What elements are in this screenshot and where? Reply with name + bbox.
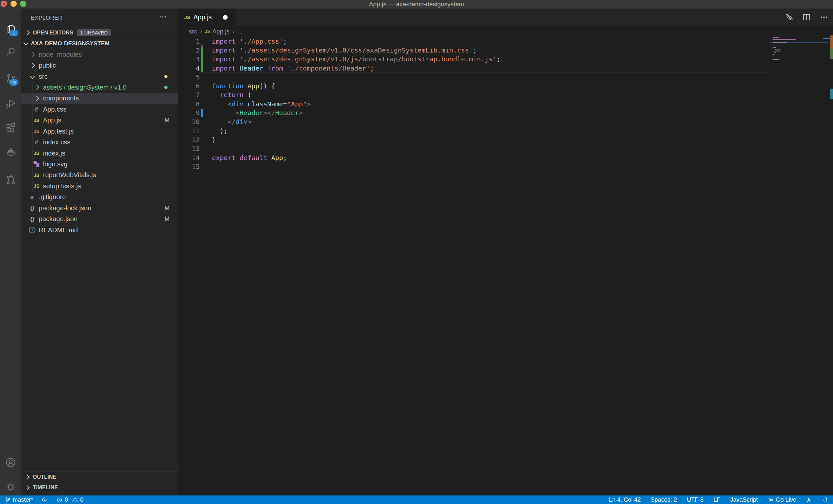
- sidebar-item-gitignore[interactable]: ◆.gitignore: [21, 192, 178, 202]
- code-line-2[interactable]: 2import './assets/designSystem/v1.0/css/…: [178, 46, 833, 54]
- breadcrumb-item--[interactable]: ...: [237, 28, 243, 35]
- code-line-14[interactable]: 14export default App;: [178, 153, 833, 162]
- compare-changes-icon[interactable]: [785, 13, 793, 22]
- status-item-feedback[interactable]: [806, 497, 812, 503]
- unsaved-dot-icon[interactable]: [223, 15, 228, 20]
- sidebar-item-reportwebvitals-js[interactable]: JSreportWebVitals.js: [21, 170, 178, 180]
- indent-guide: [220, 99, 220, 108]
- line-number[interactable]: 12: [178, 136, 200, 144]
- activity-item-explorer[interactable]: 1: [5, 24, 16, 34]
- sidebar-item-public[interactable]: public: [21, 60, 178, 71]
- activity-item-accounts[interactable]: [5, 457, 16, 468]
- code-text[interactable]: import Header from './components/Header'…: [204, 64, 374, 72]
- code-line-6[interactable]: 6function App() {: [178, 81, 833, 90]
- code-text[interactable]: import './assets/designSystem/v1.0/js/bo…: [204, 55, 501, 63]
- line-number[interactable]: 2: [178, 46, 200, 54]
- sidebar-item-readme-md[interactable]: iREADME.md: [21, 224, 178, 235]
- sidebar-item-app-css[interactable]: #App.css: [21, 104, 178, 115]
- status-item-cursor-position[interactable]: Ln 4, Col 42: [609, 497, 641, 503]
- activity-item-search[interactable]: [5, 47, 16, 57]
- outline-section[interactable]: OUTLINE: [21, 472, 178, 482]
- line-number[interactable]: 15: [178, 163, 200, 171]
- more-actions-icon[interactable]: [819, 13, 828, 22]
- tree-root-project[interactable]: AXA-DEMO-DESIGNSYSTEM: [21, 38, 178, 49]
- sidebar-item-components[interactable]: components: [21, 93, 178, 104]
- code-text[interactable]: <Header></Header>: [204, 109, 303, 117]
- breadcrumb-item-app-js[interactable]: JSApp.js: [205, 28, 230, 35]
- status-item-git-branch[interactable]: master*: [5, 497, 33, 503]
- minimap-line: [772, 59, 779, 60]
- status-item-warnings[interactable]: 0: [72, 497, 84, 503]
- code-text[interactable]: );: [204, 127, 228, 135]
- status-item-indentation[interactable]: Spaces: 2: [651, 497, 677, 503]
- sidebar-item-app-test-js[interactable]: JSApp.test.js: [21, 126, 178, 137]
- minimap[interactable]: [770, 37, 828, 175]
- activity-item-manage[interactable]: [5, 482, 16, 493]
- line-number[interactable]: 6: [178, 82, 200, 90]
- code-line-1[interactable]: 1import './App.css';: [178, 37, 833, 46]
- sidebar-item-index-css[interactable]: #index.css: [21, 137, 178, 148]
- line-number[interactable]: 13: [178, 145, 200, 153]
- activity-item-extensions[interactable]: [5, 122, 16, 133]
- code-line-5[interactable]: 5: [178, 73, 833, 81]
- code-line-8[interactable]: 8 <div className="App">: [178, 99, 833, 108]
- code-text[interactable]: </div>: [204, 118, 251, 126]
- code-text[interactable]: import './App.css';: [204, 37, 287, 45]
- window-title: App.js — axa-demo-designsystem: [0, 0, 833, 8]
- tab-app-js[interactable]: JS App.js: [178, 8, 236, 26]
- code-editor[interactable]: 1import './App.css';2import './assets/de…: [178, 37, 833, 171]
- code-text[interactable]: export default App;: [204, 154, 287, 162]
- sidebar-item-index-js[interactable]: JSindex.js: [21, 148, 178, 158]
- line-number[interactable]: 3: [178, 55, 200, 63]
- code-line-15[interactable]: 15: [178, 162, 833, 171]
- sidebar-item-logo-svg[interactable]: logo.svg: [21, 159, 178, 170]
- activity-item-source-control[interactable]: 40: [5, 73, 16, 84]
- sidebar-item-src[interactable]: src: [21, 71, 178, 82]
- split-editor-icon[interactable]: [802, 13, 811, 22]
- sidebar-item-app-js[interactable]: JSApp.jsM: [21, 115, 178, 126]
- open-editors-section[interactable]: OPEN EDITORS 1 UNSAVED: [21, 28, 178, 37]
- code-line-4[interactable]: 4import Header from './components/Header…: [178, 64, 833, 73]
- line-number[interactable]: 14: [178, 154, 200, 162]
- sidebar-item-package-lock-json[interactable]: {}package-lock.jsonM: [21, 203, 178, 213]
- sidebar-item-assets-designsystem-v1-0[interactable]: assets / designSystem / v1.0: [21, 82, 178, 93]
- status-item-end-of-line[interactable]: LF: [713, 497, 720, 503]
- line-number[interactable]: 10: [178, 118, 200, 126]
- code-text[interactable]: function App() {: [204, 82, 275, 90]
- sidebar-item-node-modules[interactable]: node_modules: [21, 49, 178, 60]
- gutter-decorations: [200, 135, 204, 144]
- line-number[interactable]: 7: [178, 91, 200, 99]
- status-item-language-mode[interactable]: JavaScript: [730, 497, 758, 503]
- code-line-12[interactable]: 12}: [178, 135, 833, 144]
- activity-item-docker[interactable]: [5, 146, 16, 157]
- line-number[interactable]: 9: [178, 109, 200, 117]
- status-item-go-live[interactable]: Go Live: [768, 497, 796, 503]
- breadcrumb-item-src[interactable]: src: [189, 28, 197, 35]
- status-item-errors[interactable]: 0: [56, 497, 68, 503]
- code-line-3[interactable]: 3import './assets/designSystem/v1.0/js/b…: [178, 55, 833, 64]
- sidebar-more-actions-icon[interactable]: ⋯: [159, 12, 167, 22]
- sidebar-item-setuptests-js[interactable]: JSsetupTests.js: [21, 181, 178, 192]
- sidebar-item-package-json[interactable]: {}package.jsonM: [21, 213, 178, 224]
- code-text[interactable]: import './assets/designSystem/v1.0/css/a…: [204, 46, 477, 54]
- code-line-7[interactable]: 7 return (: [178, 91, 833, 99]
- line-number[interactable]: 8: [178, 100, 200, 108]
- activity-item-run-and-debug[interactable]: [5, 98, 16, 109]
- timeline-section[interactable]: TIMELINE: [21, 482, 178, 493]
- status-item-encoding[interactable]: UTF-8: [687, 497, 704, 503]
- status-item-notifications[interactable]: [822, 497, 828, 503]
- status-item-publish-changes[interactable]: [42, 497, 48, 503]
- code-line-11[interactable]: 11 );: [178, 126, 833, 135]
- code-text[interactable]: }: [204, 136, 216, 144]
- line-number[interactable]: 11: [178, 127, 200, 135]
- line-number[interactable]: 1: [178, 37, 200, 45]
- code-text[interactable]: return (: [204, 91, 251, 99]
- minimap-line: [772, 42, 787, 43]
- line-number[interactable]: 5: [178, 73, 200, 81]
- code-line-10[interactable]: 10 </div>: [178, 118, 833, 126]
- line-number[interactable]: 4: [178, 64, 200, 72]
- item-label: README.md: [39, 226, 78, 234]
- activity-item-github-pull-requests[interactable]: [5, 175, 16, 185]
- code-line-9[interactable]: 9 <Header></Header>: [178, 108, 833, 117]
- code-line-13[interactable]: 13: [178, 144, 833, 153]
